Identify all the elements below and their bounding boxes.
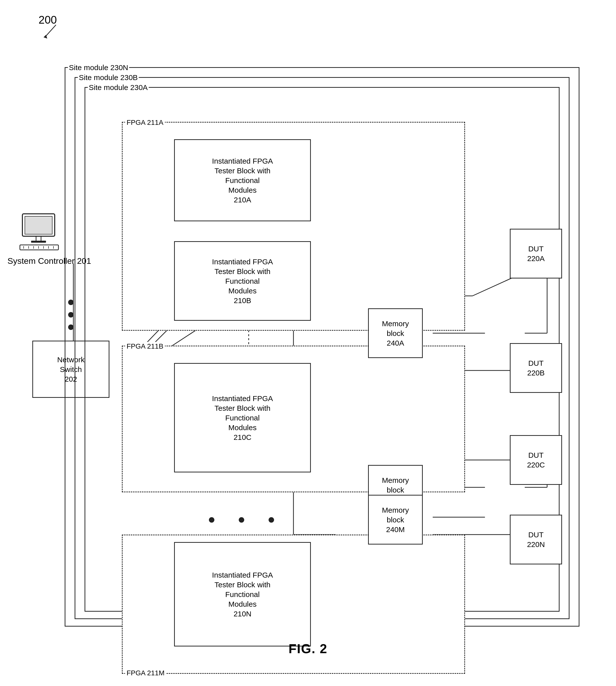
dut-220A-label: DUT 220A [527,244,545,263]
memory-240A-label: Memory block 240A [382,319,409,348]
fpga-211M-label: FPGA 211M [125,669,166,678]
site-module-230N-label: Site module 230N [68,63,129,72]
fpga-211B-label: FPGA 211B [125,342,165,351]
computer-icon [15,209,70,253]
memory-240M-label: Memory block 240M [382,505,409,534]
svg-rect-36 [36,236,41,241]
svg-rect-35 [25,216,52,234]
fig-label: FIG. 2 [288,641,327,656]
dut-220N-label: DUT 220N [527,530,545,549]
tester-block-210N-label: Instantiated FPGA Tester Block with Func… [212,570,273,619]
site-module-230A-label: Site module 230A [88,83,149,92]
svg-rect-38 [20,245,59,250]
tester-block-210C-label: Instantiated FPGA Tester Block with Func… [212,394,273,442]
dut-220C: DUT 220C [510,435,562,485]
tester-block-210A-label: Instantiated FPGA Tester Block with Func… [212,156,273,205]
dut-220C-label: DUT 220C [527,450,545,470]
tester-block-210C: Instantiated FPGA Tester Block with Func… [174,363,311,472]
tester-block-210N: Instantiated FPGA Tester Block with Func… [174,542,311,646]
memory-block-240A: Memory block 240A [368,308,423,358]
dut-220N: DUT 220N [510,515,562,565]
dut-220B: DUT 220B [510,343,562,393]
dut-220A: DUT 220A [510,229,562,279]
site-module-230B-label: Site module 230B [78,73,139,82]
svg-rect-37 [31,241,46,243]
tester-block-210B: Instantiated FPGA Tester Block with Func… [174,241,311,321]
diagram-container: 200 System Controller 201 [0,0,616,686]
svg-line-32 [45,25,56,37]
memory-block-240M: Memory block 240M [368,495,423,545]
diagram-arrow [41,24,61,44]
tester-block-210B-label: Instantiated FPGA Tester Block with Func… [212,257,273,305]
dut-220B-label: DUT 220B [527,358,545,378]
tester-block-210A: Instantiated FPGA Tester Block with Func… [174,139,311,221]
fpga-211A-label: FPGA 211A [125,118,165,127]
